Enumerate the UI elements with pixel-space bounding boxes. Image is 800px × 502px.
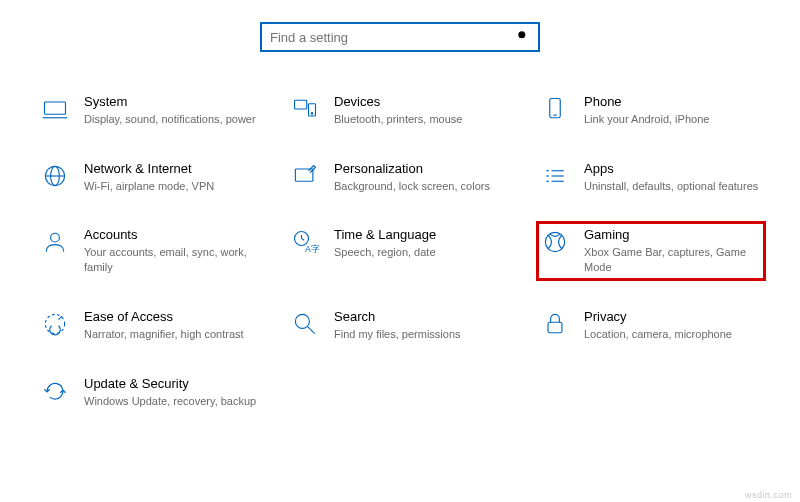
svg-rect-12 bbox=[295, 169, 313, 181]
category-title: Search bbox=[334, 309, 512, 326]
category-desc: Wi-Fi, airplane mode, VPN bbox=[84, 179, 262, 194]
svg-point-0 bbox=[518, 31, 525, 38]
devices-icon bbox=[290, 94, 320, 124]
category-desc: Your accounts, email, sync, work, family bbox=[84, 245, 262, 275]
category-title: Ease of Access bbox=[84, 309, 262, 326]
network-icon bbox=[40, 161, 70, 191]
update-security-icon bbox=[40, 376, 70, 406]
category-title: Apps bbox=[584, 161, 762, 178]
category-desc: Xbox Game Bar, captures, Game Mode bbox=[584, 245, 762, 275]
personalization-icon bbox=[290, 161, 320, 191]
category-apps[interactable]: Apps Uninstall, defaults, optional featu… bbox=[536, 155, 766, 200]
category-search[interactable]: Search Find my files, permissions bbox=[286, 303, 516, 348]
search-icon bbox=[516, 29, 530, 46]
search-input[interactable] bbox=[270, 30, 516, 45]
phone-icon bbox=[540, 94, 570, 124]
svg-point-25 bbox=[45, 314, 64, 333]
svg-line-26 bbox=[59, 316, 63, 320]
category-privacy[interactable]: Privacy Location, camera, microphone bbox=[536, 303, 766, 348]
ease-of-access-icon bbox=[40, 309, 70, 339]
watermark: wsdin.com bbox=[745, 490, 792, 500]
category-update-security[interactable]: Update & Security Windows Update, recove… bbox=[36, 370, 266, 415]
category-desc: Location, camera, microphone bbox=[584, 327, 762, 342]
search-category-icon bbox=[290, 309, 320, 339]
privacy-icon bbox=[540, 309, 570, 339]
category-desc: Display, sound, notifications, power bbox=[84, 112, 262, 127]
category-accounts[interactable]: Accounts Your accounts, email, sync, wor… bbox=[36, 221, 266, 281]
category-title: Accounts bbox=[84, 227, 262, 244]
category-ease-of-access[interactable]: Ease of Access Narrator, magnifier, high… bbox=[36, 303, 266, 348]
accounts-icon bbox=[40, 227, 70, 257]
category-title: Update & Security bbox=[84, 376, 262, 393]
category-title: Devices bbox=[334, 94, 512, 111]
category-desc: Windows Update, recovery, backup bbox=[84, 394, 262, 409]
svg-text:A字: A字 bbox=[305, 244, 319, 254]
svg-rect-29 bbox=[548, 322, 562, 333]
settings-grid: System Display, sound, notifications, po… bbox=[0, 64, 800, 415]
category-devices[interactable]: Devices Bluetooth, printers, mouse bbox=[286, 88, 516, 133]
category-personalization[interactable]: Personalization Background, lock screen,… bbox=[286, 155, 516, 200]
category-system[interactable]: System Display, sound, notifications, po… bbox=[36, 88, 266, 133]
category-title: System bbox=[84, 94, 262, 111]
svg-rect-4 bbox=[295, 100, 307, 109]
category-desc: Speech, region, date bbox=[334, 245, 512, 260]
category-title: Personalization bbox=[334, 161, 512, 178]
category-title: Gaming bbox=[584, 227, 762, 244]
svg-line-28 bbox=[308, 327, 315, 334]
system-icon bbox=[40, 94, 70, 124]
category-desc: Find my files, permissions bbox=[334, 327, 512, 342]
category-time-language[interactable]: A字 Time & Language Speech, region, date bbox=[286, 221, 516, 281]
category-title: Privacy bbox=[584, 309, 762, 326]
gaming-icon bbox=[540, 227, 570, 257]
category-desc: Background, lock screen, colors bbox=[334, 179, 512, 194]
svg-point-27 bbox=[295, 314, 309, 328]
search-bar-container bbox=[0, 0, 800, 64]
category-network[interactable]: Network & Internet Wi-Fi, airplane mode,… bbox=[36, 155, 266, 200]
svg-rect-2 bbox=[45, 102, 66, 114]
svg-line-22 bbox=[302, 239, 305, 241]
time-language-icon: A字 bbox=[290, 227, 320, 257]
search-box[interactable] bbox=[260, 22, 540, 52]
category-desc: Link your Android, iPhone bbox=[584, 112, 762, 127]
category-title: Network & Internet bbox=[84, 161, 262, 178]
category-title: Time & Language bbox=[334, 227, 512, 244]
apps-icon bbox=[540, 161, 570, 191]
category-desc: Uninstall, defaults, optional features bbox=[584, 179, 762, 194]
category-desc: Narrator, magnifier, high contrast bbox=[84, 327, 262, 342]
category-gaming[interactable]: Gaming Xbox Game Bar, captures, Game Mod… bbox=[536, 221, 766, 281]
svg-line-1 bbox=[525, 37, 528, 40]
category-desc: Bluetooth, printers, mouse bbox=[334, 112, 512, 127]
category-title: Phone bbox=[584, 94, 762, 111]
svg-point-6 bbox=[311, 113, 312, 114]
svg-point-19 bbox=[51, 234, 60, 243]
category-phone[interactable]: Phone Link your Android, iPhone bbox=[536, 88, 766, 133]
